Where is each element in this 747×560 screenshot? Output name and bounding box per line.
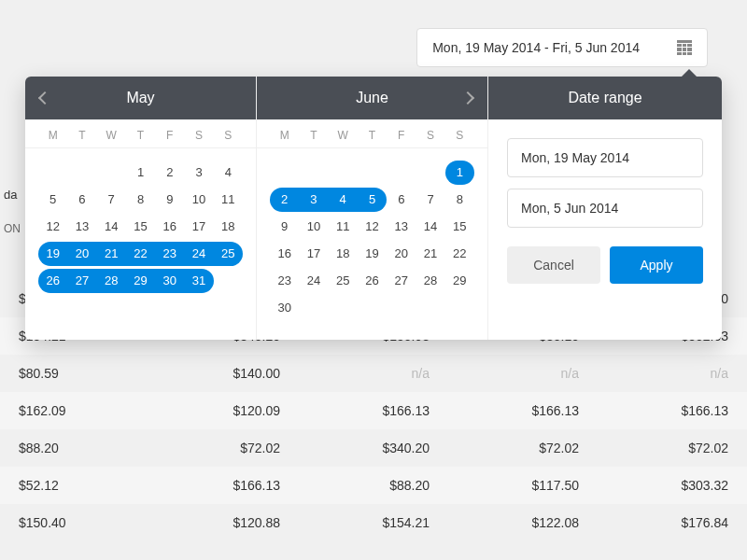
calendar-day[interactable]: 30 [155,269,184,293]
calendar-day[interactable]: 7 [416,188,444,212]
calendar-day[interactable]: 29 [126,269,155,293]
table-cell: $117.50 [448,467,598,504]
dow-label: S [214,129,243,142]
table-cell: n/a [448,355,598,392]
next-month-icon[interactable] [461,91,474,105]
table-row: $52.12$166.13$88.20$117.50$303.32 [0,467,747,504]
calendar-day[interactable]: 25 [329,269,358,293]
calendar-day[interactable]: 12 [358,215,387,239]
calendar-day[interactable]: 24 [184,242,213,266]
calendar-day[interactable]: 20 [67,242,96,266]
month-title-may: May [126,90,154,106]
table-cell: $154.21 [299,504,448,541]
calendar-day[interactable]: 21 [97,242,126,266]
calendar-day[interactable]: 7 [97,188,126,212]
dow-label: T [126,129,155,142]
table-cell: $120.88 [149,504,299,541]
calendar-day[interactable]: 4 [329,188,358,212]
table-cell: $120.09 [149,392,299,429]
prev-month-icon[interactable] [38,91,51,105]
calendar-day[interactable]: 11 [329,215,358,239]
table-cell: $340.20 [299,429,448,467]
calendar-day[interactable]: 19 [38,242,67,266]
table-cell: $72.02 [149,429,299,467]
calendar-day[interactable]: 12 [38,215,67,239]
calendar-day[interactable]: 14 [97,215,126,239]
calendar-day[interactable]: 11 [214,188,243,212]
calendar-day[interactable]: 18 [214,215,243,239]
calendar-day[interactable]: 3 [299,188,328,212]
calendar-day[interactable]: 17 [299,242,328,266]
to-date-input[interactable] [507,189,703,228]
calendar-day[interactable]: 21 [416,242,444,266]
dow-label: W [97,129,126,142]
calendar-day[interactable]: 8 [126,188,155,212]
calendar-day[interactable]: 10 [299,215,328,239]
table-cell: $88.20 [0,429,149,467]
calendar-day[interactable]: 13 [387,215,416,239]
calendar-day[interactable]: 23 [270,269,299,293]
calendar-day[interactable]: 29 [445,269,474,293]
calendar-day[interactable]: 22 [445,242,474,266]
calendar-day[interactable]: 26 [38,269,67,293]
calendar-day[interactable]: 3 [184,161,213,185]
calendar-day[interactable]: 13 [67,215,96,239]
calendar-day[interactable]: 28 [416,269,444,293]
calendar-day[interactable]: 15 [445,215,474,239]
calendar-day[interactable]: 1 [126,161,155,185]
table-row: $162.09$120.09$166.13$166.13$166.13 [0,392,747,429]
calendar-day[interactable]: 27 [67,269,96,293]
month-title-june: June [356,90,388,106]
calendar-day[interactable]: 16 [155,215,184,239]
calendar-day[interactable]: 8 [445,188,474,212]
table-cell: $122.08 [448,504,598,541]
calendar-day[interactable]: 27 [387,269,416,293]
calendar-day[interactable]: 1 [445,161,474,185]
table-cell: n/a [299,355,448,392]
dow-label: S [416,129,444,142]
calendar-day[interactable]: 14 [416,215,444,239]
calendar-day[interactable]: 18 [329,242,358,266]
table-cell: $166.13 [598,392,747,429]
table-cell: $72.02 [598,429,747,467]
calendar-day[interactable]: 4 [214,161,243,185]
table-cell: $303.32 [598,467,747,504]
calendar-day[interactable]: 2 [155,161,184,185]
table-cell: $150.40 [0,504,149,541]
calendar-day[interactable]: 9 [155,188,184,212]
month-header-may: May [25,77,256,119]
calendar-day[interactable]: 17 [184,215,213,239]
calendar-day[interactable]: 2 [270,188,299,212]
calendar-day[interactable]: 6 [387,188,416,212]
table-row: $88.20$72.02$340.20$72.02$72.02 [0,429,747,467]
calendar-day[interactable]: 15 [126,215,155,239]
calendar-day[interactable]: 5 [358,188,387,212]
from-date-input[interactable] [507,138,703,177]
calendar-day[interactable]: 16 [270,242,299,266]
dow-label: W [329,129,358,142]
calendar-day[interactable]: 19 [358,242,387,266]
calendar-day[interactable]: 30 [270,296,299,320]
table-cell: $166.13 [448,392,598,429]
date-range-side-panel: Date range Cancel Apply [488,77,722,340]
calendar-day[interactable]: 10 [184,188,213,212]
table-cell: $72.02 [448,429,598,467]
apply-button[interactable]: Apply [610,246,703,284]
dow-label: S [445,129,474,142]
calendar-day[interactable]: 9 [270,215,299,239]
calendar-day[interactable]: 23 [155,242,184,266]
dow-label: T [358,129,387,142]
calendar-day[interactable]: 28 [97,269,126,293]
table-cell: $166.13 [149,467,299,504]
dow-label: S [184,129,213,142]
calendar-day[interactable]: 6 [67,188,96,212]
cancel-button[interactable]: Cancel [507,246,600,284]
calendar-day[interactable]: 31 [184,269,213,293]
calendar-day[interactable]: 25 [214,242,243,266]
calendar-day[interactable]: 5 [38,188,67,212]
dow-label: M [270,129,299,142]
calendar-day[interactable]: 22 [126,242,155,266]
calendar-day[interactable]: 20 [387,242,416,266]
calendar-day[interactable]: 24 [299,269,328,293]
calendar-day[interactable]: 26 [358,269,387,293]
